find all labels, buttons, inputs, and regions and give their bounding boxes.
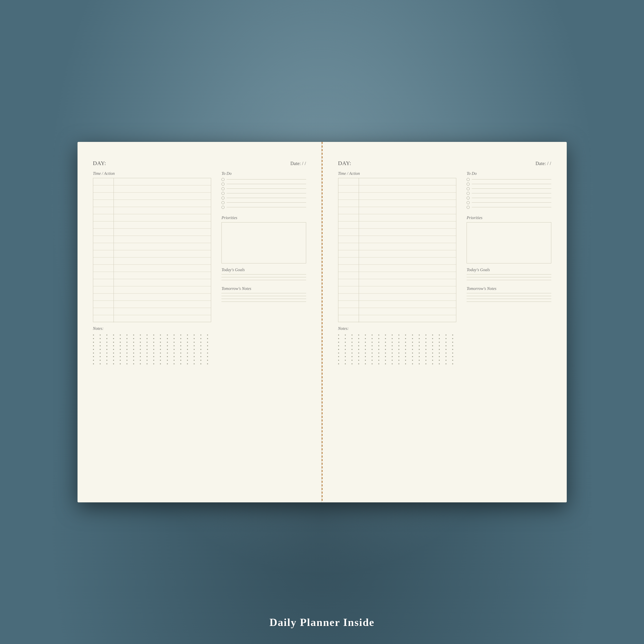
todo-line [472,193,551,193]
dot [160,349,161,350]
dot [419,356,420,357]
table-row [93,257,211,265]
dot [392,360,393,361]
table-row [93,243,211,250]
dot [100,342,101,343]
todo-circle [467,187,470,190]
table-row [338,243,456,250]
dot [106,338,107,339]
dot [351,360,353,361]
table-row [93,315,211,322]
dot [432,353,433,354]
dot [194,349,195,350]
dot [405,334,406,336]
dot [93,353,94,354]
dot [180,360,181,361]
dot [207,353,208,354]
dot [378,356,379,357]
dot [358,360,359,361]
left-goals-label: Today's Goals [221,268,306,272]
table-row [93,308,211,315]
todo-circle [467,206,470,209]
dot [445,356,446,357]
tomorrow-line [221,293,306,293]
tomorrow-line [467,299,551,299]
todo-item [467,183,551,186]
dot [207,334,208,336]
dot [113,342,114,343]
table-row [93,301,211,308]
dot [153,342,154,343]
dot [345,342,346,343]
left-tomorrow-section: Tomorrow's Notes [221,286,306,302]
dot [113,363,114,364]
dot [174,360,175,361]
dot [439,338,440,339]
todo-circle [221,192,225,195]
dot [160,363,161,364]
dot [405,360,406,361]
todo-item [221,192,306,195]
dot [439,342,440,343]
dot [378,334,379,336]
dot [147,363,148,364]
dot [120,356,121,357]
dot [445,342,446,343]
dot [345,338,346,339]
dot [174,342,175,343]
right-todo-section: To Do [467,171,551,210]
dot [338,363,339,364]
dot [398,363,399,364]
dot [93,360,94,361]
dot [439,353,440,354]
dot [200,334,201,336]
dot [392,342,393,343]
todo-circle [221,178,225,181]
todo-line [227,207,306,207]
dot [113,334,114,336]
todo-circle [221,201,225,204]
dot [412,342,413,343]
dot [385,342,386,343]
right-goals-lines [467,274,551,280]
dot [174,338,175,339]
dot [133,338,134,339]
dot [133,334,134,336]
dot [412,356,413,357]
dot [153,338,154,339]
dot [207,338,208,339]
dot [351,356,353,357]
dot [133,349,134,350]
dot [113,349,114,350]
dot [106,342,107,343]
table-row [338,308,456,315]
dot [120,353,121,354]
dot [140,345,141,346]
table-row [338,236,456,243]
dot [106,349,107,350]
dot [126,353,127,354]
dot [160,338,161,339]
dot [425,363,426,364]
dot [100,349,101,350]
dot [126,345,127,346]
left-date-label: Date: / / [290,161,306,166]
dot [167,363,168,364]
dot [120,334,121,336]
dot [207,345,208,346]
dot [133,363,134,364]
dot [140,342,141,343]
dot [345,334,346,336]
dot [439,360,440,361]
table-row [93,286,211,294]
dot [200,360,201,361]
right-priorities-box [467,222,551,263]
todo-item [467,206,551,209]
left-goals-lines [221,274,306,280]
dot [412,338,413,339]
left-time-column: Time / Action [93,171,211,487]
todo-line [472,207,551,207]
dot [452,334,453,336]
dot [398,356,399,357]
dot [167,334,168,336]
